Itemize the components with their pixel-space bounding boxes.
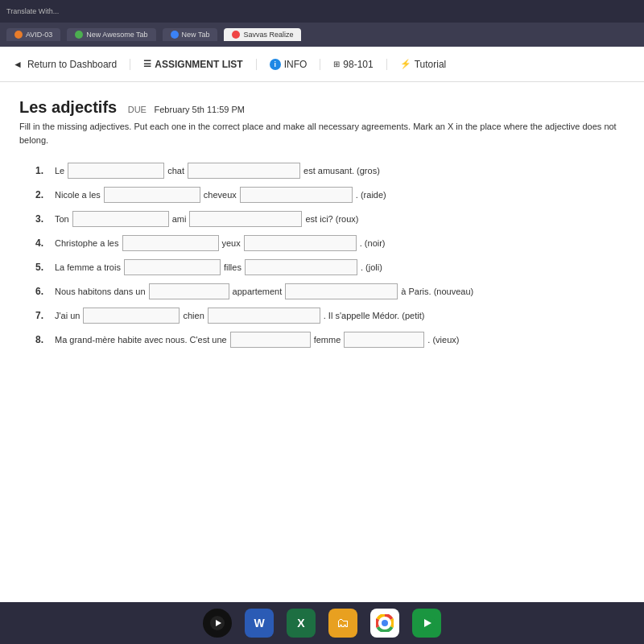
browser-tab-awesome[interactable]: New Awesome Tab <box>67 28 155 41</box>
tab-favicon-awesome <box>75 31 83 39</box>
exercise-item-1: 1. Le chat est amusant. (gros) <box>35 163 625 179</box>
exercise-num-8: 8. <box>35 334 52 345</box>
assignment-instructions: Fill in the missing adjectives. Put each… <box>19 120 625 147</box>
main-content: ◄ Return to Dashboard ☰ ASSIGNMENT LIST … <box>0 47 644 602</box>
taskbar-excel-icon[interactable]: X <box>287 609 316 638</box>
exercise-item-5: 5. La femme a trois filles . (joli) <box>35 259 625 275</box>
exercise-num-6: 6. <box>35 286 52 297</box>
exercise-num-3: 3. <box>35 213 52 225</box>
exercise-num-4: 4. <box>35 237 52 249</box>
tutorial-button[interactable]: ⚡ Tutorial <box>387 59 460 70</box>
info-icon: i <box>270 59 281 70</box>
exercise-3-input-2[interactable] <box>189 211 302 227</box>
os-bar-text: Translate With... <box>6 7 59 15</box>
taskbar-video-icon[interactable] <box>203 609 232 638</box>
browser-tab-newtab[interactable]: New Tab <box>163 28 218 41</box>
exercise-6-input-1[interactable] <box>149 283 229 299</box>
exercise-num-5: 5. <box>35 262 52 273</box>
exercise-1-input-1[interactable] <box>68 163 164 179</box>
exercise-3-input-1[interactable] <box>72 211 169 227</box>
tutorial-icon: ⚡ <box>400 59 411 69</box>
tab-favicon-newtab <box>171 31 179 39</box>
taskbar-word-icon[interactable]: W <box>245 609 274 638</box>
exercise-4-input-1[interactable] <box>122 235 219 251</box>
content-area: Les adjectifs DUE February 5th 11:59 PM … <box>0 82 644 602</box>
return-to-dashboard-button[interactable]: ◄ Return to Dashboard <box>13 59 130 70</box>
taskbar-files-icon[interactable]: 🗂 <box>328 609 357 638</box>
exercise-item-2: 2. Nicole a les cheveux . (raide) <box>35 187 625 203</box>
list-icon: ☰ <box>143 59 151 69</box>
exercise-8-input-2[interactable] <box>344 332 424 348</box>
exercise-5-input-1[interactable] <box>124 259 221 275</box>
score-icon: ⊞ <box>333 60 340 68</box>
assignment-list-button[interactable]: ☰ ASSIGNMENT LIST <box>130 59 256 70</box>
score-display: ⊞ 98-101 <box>320 59 386 70</box>
exercise-8-input-1[interactable] <box>230 332 311 348</box>
exercise-item-7: 7. J'ai un chien . Il s'appelle Médor. (… <box>35 308 625 324</box>
exercise-num-1: 1. <box>35 165 52 176</box>
exercise-4-input-2[interactable] <box>244 235 357 251</box>
exercise-7-input-1[interactable] <box>83 308 180 324</box>
svg-point-3 <box>382 620 388 626</box>
exercise-7-input-2[interactable] <box>208 308 320 324</box>
taskbar: W X 🗂 <box>0 602 644 644</box>
nav-bar: ◄ Return to Dashboard ☰ ASSIGNMENT LIST … <box>0 47 644 82</box>
info-button[interactable]: i INFO <box>257 59 321 70</box>
taskbar-media-icon[interactable] <box>412 609 441 638</box>
exercise-item-8: 8. Ma grand-mère habite avec nous. C'est… <box>35 332 625 348</box>
exercise-6-input-2[interactable] <box>285 283 398 299</box>
exercise-5-input-2[interactable] <box>245 259 357 275</box>
exercise-1-input-2[interactable] <box>188 163 300 179</box>
exercise-item-3: 3. Ton ami est ici? (roux) <box>35 211 625 227</box>
exercise-item-6: 6. Nous habitons dans un appartement à P… <box>35 283 625 299</box>
exercise-list: 1. Le chat est amusant. (gros) 2. Nicole… <box>19 163 625 348</box>
exercise-num-7: 7. <box>35 310 52 321</box>
exercise-2-input-1[interactable] <box>104 187 200 203</box>
tab-favicon-avid <box>14 31 23 39</box>
taskbar-chrome-icon[interactable] <box>370 609 399 638</box>
assignment-title: Les adjectifs DUE February 5th 11:59 PM <box>19 98 625 117</box>
os-bar: Translate With... <box>0 0 644 23</box>
arrow-left-icon: ◄ <box>13 59 23 70</box>
exercise-item-4: 4. Christophe a les yeux . (noir) <box>35 235 625 251</box>
exercise-2-input-2[interactable] <box>240 187 353 203</box>
exercise-num-2: 2. <box>35 189 52 200</box>
tab-favicon-savvas <box>232 31 240 39</box>
browser-bar: AVID-03 New Awesome Tab New Tab Savvas R… <box>0 23 644 47</box>
browser-tab-savvas[interactable]: Savvas Realize <box>224 28 301 41</box>
browser-tab-avid[interactable]: AVID-03 <box>6 28 60 41</box>
